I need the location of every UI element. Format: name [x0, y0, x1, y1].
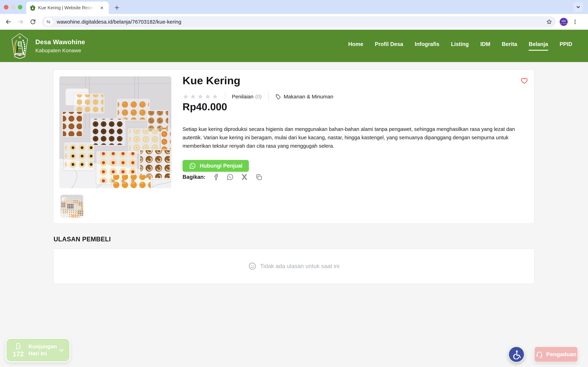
product-price: Rp40.000	[182, 101, 227, 113]
minimize-window-button[interactable]	[11, 5, 15, 9]
plus-icon	[114, 5, 120, 10]
accessibility-button[interactable]	[508, 346, 525, 363]
product-category[interactable]: Makanan & Minuman	[275, 94, 333, 100]
new-tab-button[interactable]	[113, 3, 121, 12]
reviews-empty-state: Tidak ada ulasan untuk saat ini	[53, 248, 535, 284]
heart-icon	[520, 76, 528, 84]
bookmark-star-icon[interactable]	[545, 18, 553, 26]
star-icon	[212, 93, 218, 100]
visits-label: Kunjungan Hari Ini	[28, 343, 57, 357]
whatsapp-icon	[189, 162, 196, 169]
product-title: Kue Kering	[182, 74, 241, 87]
tab-title: Kue Kering | Website Resmi D	[38, 5, 94, 10]
tag-icon	[275, 94, 281, 100]
chevron-down-icon[interactable]	[58, 346, 65, 354]
nav-item-belanja[interactable]: Belanja	[529, 41, 548, 51]
copy-icon	[255, 173, 263, 181]
product-description: Setiap kue kering diproduksi secara higi…	[182, 125, 530, 150]
nav-item-listing[interactable]: Listing	[451, 41, 469, 51]
product-thumbnail[interactable]	[60, 195, 83, 217]
zoom-window-button[interactable]	[18, 5, 22, 9]
site-titles: Desa Wawohine Kabupaten Konawe	[35, 38, 85, 53]
share-label: Bagikan:	[182, 174, 206, 180]
reviews-heading: ULASAN PEMBELI	[53, 236, 111, 243]
copy-link-button[interactable]	[255, 173, 263, 181]
site-name: Desa Wawohine	[35, 38, 85, 46]
village-logo[interactable]: KONAWE	[11, 33, 29, 59]
browser-tab[interactable]: Kue Kering | Website Resmi D	[26, 1, 109, 14]
nav-item-infografis[interactable]: Infografis	[415, 41, 440, 51]
divider	[268, 93, 269, 101]
reviews-empty-message: Tidak ada ulasan untuk saat ini	[260, 263, 339, 269]
contact-seller-label: Hubungi Penjual	[200, 163, 242, 169]
nav-item-berita[interactable]: Berita	[502, 41, 517, 51]
contact-seller-button[interactable]: Hubungi Penjual	[182, 160, 249, 172]
address-bar[interactable]: wawohine.digitaldesa.id/belanja/76703182…	[42, 16, 556, 27]
profile-avatar[interactable]: </> it_four4	[560, 18, 568, 26]
rating-count: (0)	[255, 94, 262, 100]
x-icon	[241, 173, 248, 181]
browser-toolbar: wawohine.digitaldesa.id/belanja/76703182…	[0, 14, 588, 30]
window-controls[interactable]	[4, 5, 22, 9]
complaint-label: Pengaduan	[546, 351, 576, 358]
visits-count-block: 172	[11, 342, 26, 358]
close-window-button[interactable]	[4, 5, 9, 9]
nav-item-home[interactable]: Home	[348, 41, 363, 51]
rating-label: Penilaian	[232, 94, 253, 100]
site-favicon	[30, 5, 35, 11]
nav-item-idm[interactable]: IDM	[480, 41, 490, 51]
browser-menu-button[interactable]	[571, 18, 579, 26]
product-image[interactable]	[59, 76, 171, 188]
main-navigation: Home Profil Desa Infografis Listing IDM …	[348, 41, 572, 51]
browser-tab-strip: Kue Kering | Website Resmi D	[0, 0, 588, 14]
whatsapp-icon	[226, 173, 234, 181]
nav-item-profil-desa[interactable]: Profil Desa	[375, 41, 403, 51]
star-icon	[182, 93, 189, 100]
rating-stars	[182, 93, 218, 100]
wheelchair-icon	[511, 350, 521, 359]
logo-banner-text: KONAWE	[16, 53, 23, 55]
headset-icon	[536, 351, 543, 358]
complaint-button[interactable]: Pengaduan	[534, 346, 578, 362]
share-row: Bagikan:	[182, 173, 263, 182]
product-meta-row: Penilaian (0) Makanan & Minuman	[182, 92, 333, 101]
url-text[interactable]: wawohine.digitaldesa.id/belanja/76703182…	[57, 19, 545, 25]
visits-widget[interactable]: 172 Kunjungan Hari Ini	[6, 338, 70, 362]
star-icon	[205, 93, 211, 100]
site-header: KONAWE Desa Wawohine Kabupaten Konawe Ho…	[0, 30, 588, 62]
tab-close-icon[interactable]	[99, 5, 105, 11]
category-label: Makanan & Minuman	[284, 94, 333, 100]
product-card: Kue Kering Penilaian (0) Makanan & Minum…	[53, 69, 535, 224]
chevron-down-icon	[575, 4, 581, 10]
facebook-icon	[212, 173, 220, 181]
star-icon	[190, 93, 196, 100]
share-whatsapp-button[interactable]	[226, 173, 234, 181]
browser-window: Kue Kering | Website Resmi D	[0, 0, 588, 367]
visits-count: 172	[13, 350, 24, 358]
neutral-face-icon	[248, 262, 257, 270]
star-icon	[197, 93, 204, 100]
back-button[interactable]	[4, 17, 13, 26]
tab-search-button[interactable]	[573, 2, 583, 12]
divider	[225, 93, 225, 101]
site-subtitle: Kabupaten Konawe	[35, 48, 85, 53]
kebab-menu-icon	[572, 19, 578, 25]
door-icon	[14, 342, 22, 350]
forward-button[interactable]	[16, 17, 25, 26]
site-settings-icon[interactable]	[44, 17, 53, 26]
share-facebook-button[interactable]	[212, 173, 220, 181]
reload-button[interactable]	[28, 17, 37, 26]
favorite-button[interactable]	[520, 76, 529, 85]
share-x-button[interactable]	[241, 173, 249, 181]
nav-item-ppid[interactable]: PPID	[560, 41, 572, 51]
